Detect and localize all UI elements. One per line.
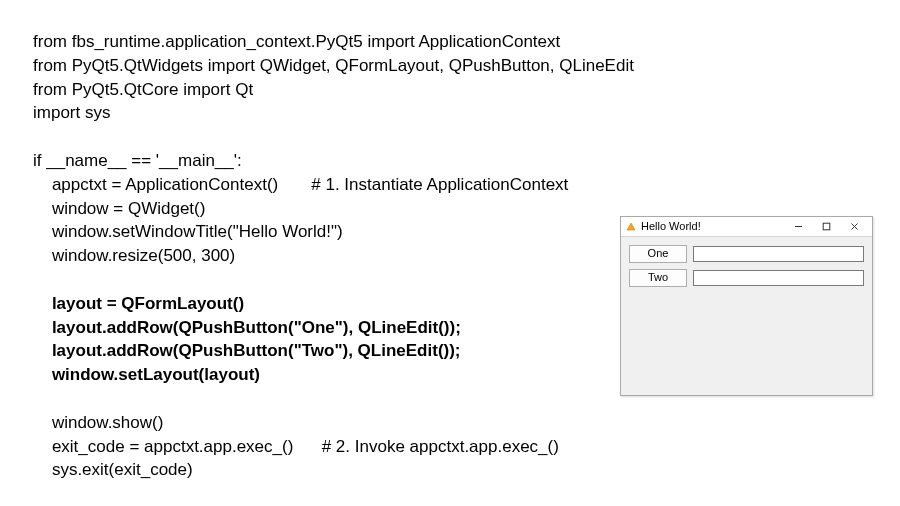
close-button[interactable] bbox=[840, 217, 868, 237]
client-area: One Two bbox=[621, 237, 872, 301]
code-line: layout.addRow(QPushButton("One"), QLineE… bbox=[33, 316, 634, 340]
svg-rect-1 bbox=[823, 223, 830, 230]
row-button-two[interactable]: Two bbox=[629, 269, 687, 287]
code-line: exit_code = appctxt.app.exec_() # 2. Inv… bbox=[33, 435, 634, 459]
row-input-two[interactable] bbox=[693, 270, 864, 286]
row-input-one[interactable] bbox=[693, 246, 864, 262]
code-line bbox=[33, 268, 634, 292]
code-line bbox=[33, 125, 634, 149]
code-line: import sys bbox=[33, 101, 634, 125]
minimize-button[interactable] bbox=[784, 217, 812, 237]
code-line: window.show() bbox=[33, 411, 634, 435]
titlebar: Hello World! bbox=[621, 217, 872, 237]
code-line: window.setWindowTitle("Hello World!") bbox=[33, 220, 634, 244]
form-row: One bbox=[629, 245, 864, 263]
code-line: window = QWidget() bbox=[33, 197, 634, 221]
app-window: Hello World! One Two bbox=[620, 216, 873, 396]
code-line: from PyQt5.QtWidgets import QWidget, QFo… bbox=[33, 54, 634, 78]
code-line: window.setLayout(layout) bbox=[33, 363, 634, 387]
code-line bbox=[33, 387, 634, 411]
code-line: window.resize(500, 300) bbox=[33, 244, 634, 268]
code-listing: from fbs_runtime.application_context.PyQ… bbox=[33, 30, 634, 482]
code-line: from PyQt5.QtCore import Qt bbox=[33, 78, 634, 102]
code-line: from fbs_runtime.application_context.PyQ… bbox=[33, 30, 634, 54]
code-line: layout = QFormLayout() bbox=[33, 292, 634, 316]
row-button-one[interactable]: One bbox=[629, 245, 687, 263]
form-row: Two bbox=[629, 269, 864, 287]
app-icon bbox=[626, 222, 636, 232]
code-line: sys.exit(exit_code) bbox=[33, 458, 634, 482]
code-line: layout.addRow(QPushButton("Two"), QLineE… bbox=[33, 339, 634, 363]
window-title: Hello World! bbox=[641, 219, 701, 234]
code-line: appctxt = ApplicationContext() # 1. Inst… bbox=[33, 173, 634, 197]
maximize-button[interactable] bbox=[812, 217, 840, 237]
code-line: if __name__ == '__main__': bbox=[33, 149, 634, 173]
